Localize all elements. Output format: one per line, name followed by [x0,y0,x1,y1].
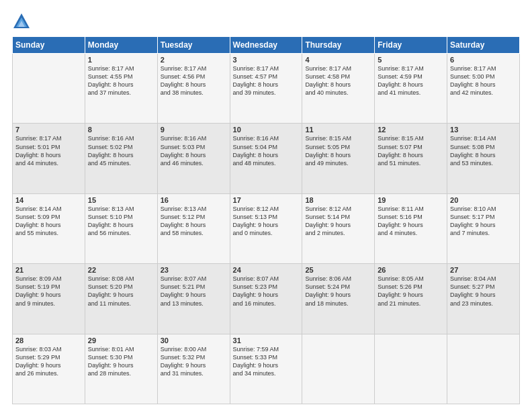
day-info: Sunrise: 8:15 AM Sunset: 5:07 PM Dayligh… [378,134,444,167]
day-info: Sunrise: 8:10 AM Sunset: 5:17 PM Dayligh… [450,205,517,238]
day-number: 7 [15,126,82,134]
day-info: Sunrise: 7:59 AM Sunset: 5:33 PM Dayligh… [233,345,300,378]
calendar-cell: 3Sunrise: 8:17 AM Sunset: 4:57 PM Daylig… [230,54,302,124]
calendar-cell: 19Sunrise: 8:11 AM Sunset: 5:16 PM Dayli… [375,193,447,263]
logo-icon [12,12,31,31]
day-number: 16 [161,196,227,204]
calendar-cell: 13Sunrise: 8:14 AM Sunset: 5:08 PM Dayli… [447,124,520,193]
day-number: 8 [88,126,154,134]
day-info: Sunrise: 8:17 AM Sunset: 4:56 PM Dayligh… [161,64,227,97]
day-info: Sunrise: 8:17 AM Sunset: 4:58 PM Dayligh… [305,64,371,97]
calendar-cell: 26Sunrise: 8:05 AM Sunset: 5:26 PM Dayli… [375,264,447,334]
day-number: 14 [15,196,82,204]
day-info: Sunrise: 8:11 AM Sunset: 5:16 PM Dayligh… [378,205,444,238]
day-number: 30 [161,336,227,345]
calendar-cell: 10Sunrise: 8:16 AM Sunset: 5:04 PM Dayli… [230,124,302,193]
calendar-cell: 15Sunrise: 8:13 AM Sunset: 5:10 PM Dayli… [85,193,157,263]
calendar-cell: 11Sunrise: 8:15 AM Sunset: 5:05 PM Dayli… [302,124,375,193]
day-number: 23 [161,266,227,274]
calendar-cell: 14Sunrise: 8:14 AM Sunset: 5:09 PM Dayli… [13,193,85,263]
col-header-tuesday: Tuesday [157,37,230,54]
day-info: Sunrise: 8:06 AM Sunset: 5:24 PM Dayligh… [305,275,371,308]
day-info: Sunrise: 8:17 AM Sunset: 4:59 PM Dayligh… [378,64,444,97]
day-info: Sunrise: 8:03 AM Sunset: 5:29 PM Dayligh… [15,345,82,378]
day-info: Sunrise: 8:12 AM Sunset: 5:14 PM Dayligh… [305,205,371,238]
day-number: 15 [88,196,154,204]
day-number: 20 [450,196,517,204]
day-number: 17 [233,196,300,204]
calendar-cell [13,54,85,124]
calendar-cell [302,334,375,404]
day-info: Sunrise: 8:13 AM Sunset: 5:12 PM Dayligh… [161,205,227,238]
calendar-week-3: 14Sunrise: 8:14 AM Sunset: 5:09 PM Dayli… [13,193,520,263]
calendar-cell: 18Sunrise: 8:12 AM Sunset: 5:14 PM Dayli… [302,193,375,263]
calendar-table: SundayMondayTuesdayWednesdayThursdayFrid… [12,36,520,404]
calendar-week-1: 1Sunrise: 8:17 AM Sunset: 4:55 PM Daylig… [13,54,520,124]
calendar-cell: 9Sunrise: 8:16 AM Sunset: 5:03 PM Daylig… [157,124,230,193]
day-number: 11 [305,126,371,134]
calendar-cell: 5Sunrise: 8:17 AM Sunset: 4:59 PM Daylig… [375,54,447,124]
calendar-cell: 1Sunrise: 8:17 AM Sunset: 4:55 PM Daylig… [85,54,157,124]
calendar-header-row: SundayMondayTuesdayWednesdayThursdayFrid… [13,37,520,54]
day-info: Sunrise: 8:14 AM Sunset: 5:09 PM Dayligh… [15,205,82,238]
day-number: 9 [161,126,227,134]
day-info: Sunrise: 8:16 AM Sunset: 5:02 PM Dayligh… [88,134,154,167]
col-header-thursday: Thursday [302,37,375,54]
day-info: Sunrise: 8:00 AM Sunset: 5:32 PM Dayligh… [161,345,227,378]
col-header-wednesday: Wednesday [230,37,302,54]
day-info: Sunrise: 8:17 AM Sunset: 5:01 PM Dayligh… [15,134,82,167]
day-info: Sunrise: 8:07 AM Sunset: 5:21 PM Dayligh… [161,275,227,308]
calendar-cell: 16Sunrise: 8:13 AM Sunset: 5:12 PM Dayli… [157,193,230,263]
day-number: 13 [450,126,517,134]
day-info: Sunrise: 8:13 AM Sunset: 5:10 PM Dayligh… [88,205,154,238]
day-info: Sunrise: 8:12 AM Sunset: 5:13 PM Dayligh… [233,205,300,238]
calendar-cell: 2Sunrise: 8:17 AM Sunset: 4:56 PM Daylig… [157,54,230,124]
day-info: Sunrise: 8:15 AM Sunset: 5:05 PM Dayligh… [305,134,371,167]
day-number: 5 [378,56,444,64]
col-header-saturday: Saturday [447,37,520,54]
calendar-cell: 4Sunrise: 8:17 AM Sunset: 4:58 PM Daylig… [302,54,375,124]
day-number: 1 [88,56,154,64]
day-info: Sunrise: 8:16 AM Sunset: 5:04 PM Dayligh… [233,134,300,167]
day-number: 21 [15,266,82,274]
day-info: Sunrise: 8:04 AM Sunset: 5:27 PM Dayligh… [450,275,517,308]
calendar-body: 1Sunrise: 8:17 AM Sunset: 4:55 PM Daylig… [13,54,520,404]
header [12,12,520,31]
calendar-cell: 20Sunrise: 8:10 AM Sunset: 5:17 PM Dayli… [447,193,520,263]
day-number: 10 [233,126,300,134]
day-number: 6 [450,56,517,64]
day-info: Sunrise: 8:17 AM Sunset: 5:00 PM Dayligh… [450,64,517,97]
day-number: 31 [233,336,300,345]
calendar-cell: 7Sunrise: 8:17 AM Sunset: 5:01 PM Daylig… [13,124,85,193]
calendar-cell: 28Sunrise: 8:03 AM Sunset: 5:29 PM Dayli… [13,334,85,404]
day-info: Sunrise: 8:17 AM Sunset: 4:57 PM Dayligh… [233,64,300,97]
day-number: 12 [378,126,444,134]
day-number: 4 [305,56,371,64]
day-number: 3 [233,56,300,64]
day-number: 27 [450,266,517,274]
day-info: Sunrise: 8:07 AM Sunset: 5:23 PM Dayligh… [233,275,300,308]
calendar-cell: 22Sunrise: 8:08 AM Sunset: 5:20 PM Dayli… [85,264,157,334]
calendar-cell: 12Sunrise: 8:15 AM Sunset: 5:07 PM Dayli… [375,124,447,193]
calendar-cell: 30Sunrise: 8:00 AM Sunset: 5:32 PM Dayli… [157,334,230,404]
calendar-cell: 29Sunrise: 8:01 AM Sunset: 5:30 PM Dayli… [85,334,157,404]
day-info: Sunrise: 8:01 AM Sunset: 5:30 PM Dayligh… [88,345,154,378]
day-number: 26 [378,266,444,274]
day-info: Sunrise: 8:17 AM Sunset: 4:55 PM Dayligh… [88,64,154,97]
day-number: 24 [233,266,300,274]
day-info: Sunrise: 8:16 AM Sunset: 5:03 PM Dayligh… [161,134,227,167]
day-info: Sunrise: 8:09 AM Sunset: 5:19 PM Dayligh… [15,275,82,308]
calendar-cell [447,334,520,404]
calendar-week-5: 28Sunrise: 8:03 AM Sunset: 5:29 PM Dayli… [13,334,520,404]
calendar-cell: 31Sunrise: 7:59 AM Sunset: 5:33 PM Dayli… [230,334,302,404]
col-header-friday: Friday [375,37,447,54]
day-info: Sunrise: 8:05 AM Sunset: 5:26 PM Dayligh… [378,275,444,308]
calendar-cell: 21Sunrise: 8:09 AM Sunset: 5:19 PM Dayli… [13,264,85,334]
logo [12,12,34,31]
day-number: 19 [378,196,444,204]
col-header-sunday: Sunday [13,37,85,54]
day-info: Sunrise: 8:08 AM Sunset: 5:20 PM Dayligh… [88,275,154,308]
calendar-cell: 24Sunrise: 8:07 AM Sunset: 5:23 PM Dayli… [230,264,302,334]
calendar-cell: 17Sunrise: 8:12 AM Sunset: 5:13 PM Dayli… [230,193,302,263]
day-number: 18 [305,196,371,204]
